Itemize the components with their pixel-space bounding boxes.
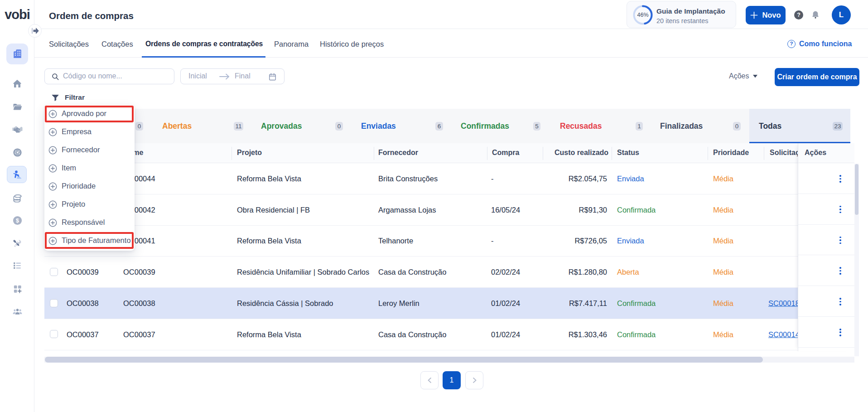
svg-text:$: $: [16, 218, 19, 224]
